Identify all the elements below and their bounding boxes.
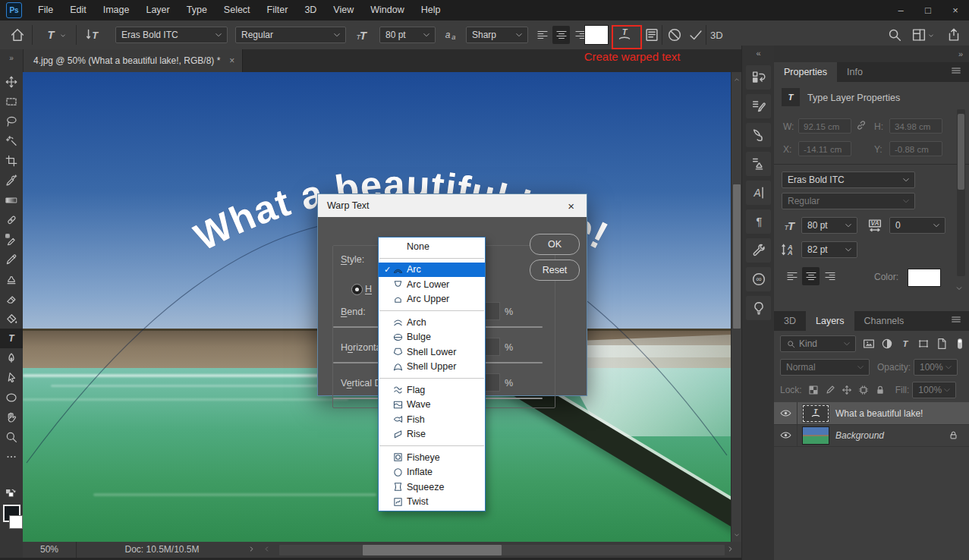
- x-field[interactable]: -14.11 cm: [798, 141, 851, 156]
- maximize-button[interactable]: □: [914, 1, 942, 20]
- status-menu-icon[interactable]: [247, 545, 263, 555]
- layer-name[interactable]: Background: [835, 430, 884, 441]
- cancel-edits-button[interactable]: [666, 20, 683, 49]
- tool-rect-marquee[interactable]: [0, 92, 23, 112]
- commit-edits-button[interactable]: [687, 20, 704, 49]
- width-field[interactable]: 92.15 cm: [798, 118, 851, 134]
- align-center-button[interactable]: [552, 26, 570, 44]
- properties-align-right-button[interactable]: [821, 267, 838, 285]
- lock-lock-button[interactable]: [873, 383, 888, 397]
- tool-magic-wand[interactable]: [0, 131, 23, 151]
- properties-font-family-select[interactable]: Eras Bold ITC: [782, 171, 915, 188]
- scroll-left-icon[interactable]: [263, 545, 278, 555]
- tool-clone-stamp[interactable]: [0, 269, 23, 289]
- toolbar-expand-icon[interactable]: »: [0, 52, 23, 64]
- home-button[interactable]: [9, 20, 26, 49]
- menu-layer[interactable]: Layer: [137, 0, 178, 20]
- ok-button[interactable]: OK: [530, 234, 580, 255]
- panel-brush-settings-button[interactable]: [746, 94, 771, 118]
- tool-lasso[interactable]: [0, 112, 23, 131]
- horizontal-radio[interactable]: [351, 284, 363, 295]
- filter-filter-toggle-button[interactable]: [952, 335, 967, 351]
- font-family-select[interactable]: Eras Bold ITC: [115, 27, 228, 43]
- font-size-select[interactable]: 80 pt: [379, 27, 436, 43]
- menu-view[interactable]: View: [325, 0, 362, 20]
- warp-style-option-rise[interactable]: Rise: [379, 427, 485, 442]
- tool-path-select[interactable]: [0, 368, 23, 388]
- warp-style-option-fish[interactable]: Fish: [379, 412, 485, 427]
- background-layer-thumbnail[interactable]: [802, 426, 829, 445]
- horizontal-scroll-thumb[interactable]: [363, 545, 502, 555]
- properties-scroll-thumb[interactable]: [958, 114, 964, 190]
- warp-style-option-fisheye[interactable]: Fisheye: [379, 450, 485, 465]
- warp-style-option-arch[interactable]: Arch: [379, 315, 485, 330]
- blend-mode-select[interactable]: Normal: [780, 359, 870, 376]
- panel-learn-button[interactable]: [746, 296, 771, 320]
- warp-style-option-bulge[interactable]: Bulge: [379, 330, 485, 345]
- 3d-button[interactable]: 3D: [710, 20, 723, 49]
- tool-crop[interactable]: [0, 151, 23, 171]
- layer-visibility-eye-icon[interactable]: [774, 402, 798, 424]
- panel-history-button[interactable]: [746, 65, 771, 90]
- tool-more-tools[interactable]: [0, 447, 23, 467]
- tool-paint-bucket[interactable]: [0, 309, 23, 329]
- menu-filter[interactable]: Filter: [259, 0, 297, 20]
- tab-3d[interactable]: 3D: [774, 311, 806, 331]
- dialog-close-icon[interactable]: ×: [565, 200, 577, 212]
- menu-type[interactable]: Type: [178, 0, 216, 20]
- menu-edit[interactable]: Edit: [61, 0, 95, 20]
- vertical-scroll-thumb[interactable]: [733, 184, 741, 329]
- layers-menu-icon[interactable]: [949, 313, 966, 329]
- tool-hand[interactable]: [0, 407, 23, 427]
- tab-properties[interactable]: Properties: [774, 62, 837, 82]
- warp-style-option-twist[interactable]: Twist: [379, 495, 485, 510]
- panel-creative-cloud-button[interactable]: ∞: [746, 267, 771, 291]
- lock-artboard-lock-button[interactable]: [857, 383, 871, 397]
- background-color-swatch[interactable]: [9, 515, 23, 529]
- warp-style-option-none[interactable]: None: [379, 239, 485, 254]
- panel-brushes-button[interactable]: [746, 123, 771, 147]
- layer-row-text[interactable]: T What a beautiful lake!: [774, 402, 969, 425]
- menu-3d[interactable]: 3D: [296, 0, 325, 20]
- tool-pen[interactable]: [0, 348, 23, 368]
- opacity-select[interactable]: 100%: [914, 359, 958, 376]
- canvas-horizontal-scrollbar[interactable]: [279, 545, 725, 555]
- tab-info[interactable]: Info: [837, 62, 873, 82]
- warp-style-option-arc-upper[interactable]: Arc Upper: [379, 292, 485, 307]
- tracking-select[interactable]: 0: [889, 217, 945, 234]
- y-field[interactable]: -0.88 cm: [889, 141, 942, 156]
- text-layer-thumbnail[interactable]: T: [802, 404, 829, 423]
- zoom-level[interactable]: 50%: [23, 542, 77, 558]
- warp-style-option-arc[interactable]: ✓Arc: [379, 263, 485, 278]
- reset-button[interactable]: Reset: [530, 260, 580, 281]
- properties-font-size-select[interactable]: 80 pt: [801, 217, 857, 234]
- tool-eyedropper[interactable]: [0, 171, 23, 190]
- warp-style-option-flag[interactable]: Flag: [379, 382, 485, 398]
- text-color-swatch[interactable]: [584, 25, 609, 45]
- lock-checker-button[interactable]: [807, 383, 821, 397]
- anti-alias-select[interactable]: Sharp: [466, 27, 528, 43]
- warp-style-option-inflate[interactable]: Inflate: [379, 465, 485, 480]
- scroll-right-icon[interactable]: [726, 545, 741, 555]
- expand-panels-icon[interactable]: »: [958, 49, 963, 58]
- tool-move[interactable]: [0, 72, 23, 92]
- align-left-button[interactable]: [533, 26, 551, 44]
- tab-close-icon[interactable]: ×: [229, 55, 234, 66]
- tab-layers[interactable]: Layers: [806, 311, 854, 331]
- layer-name[interactable]: What a beautiful lake!: [835, 408, 923, 419]
- scroll-up-icon[interactable]: [731, 74, 742, 84]
- tool-type[interactable]: T: [0, 329, 23, 348]
- menu-file[interactable]: File: [30, 0, 61, 20]
- collapse-panels-icon[interactable]: «: [742, 46, 775, 61]
- tool-color-sampler[interactable]: [0, 230, 23, 250]
- swap-colors-icon[interactable]: [5, 488, 18, 500]
- link-dimensions-icon[interactable]: [854, 118, 868, 132]
- panel-collapse-chevron-icon[interactable]: [955, 284, 965, 294]
- menu-image[interactable]: Image: [95, 0, 138, 20]
- canvas-vertical-scrollbar[interactable]: [731, 72, 742, 542]
- warp-style-option-arc-lower[interactable]: Arc Lower: [379, 277, 485, 292]
- warp-style-option-wave[interactable]: Wave: [379, 398, 485, 413]
- filter-adjustment-button[interactable]: [879, 335, 895, 351]
- close-button[interactable]: ×: [942, 1, 969, 20]
- warp-style-option-squeeze[interactable]: Squeeze: [379, 480, 485, 495]
